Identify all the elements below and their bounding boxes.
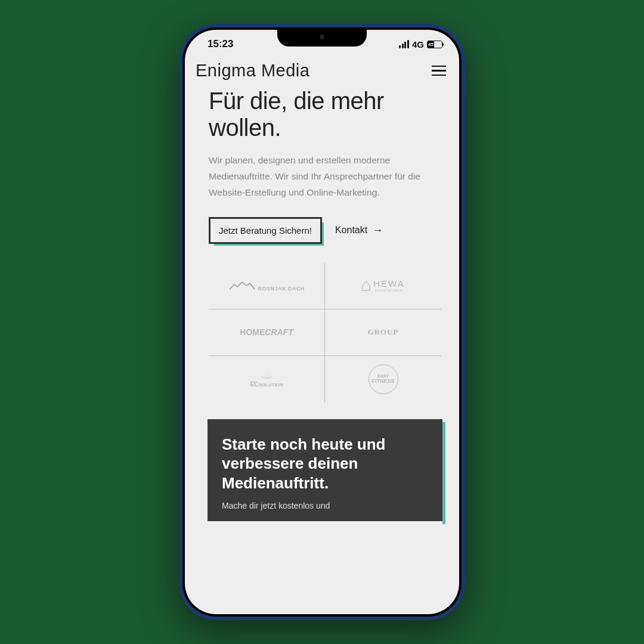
brand-title[interactable]: Enigma Media <box>196 61 309 80</box>
client-logo-hewa: HEWA HAUSTECHNIK <box>325 263 441 309</box>
cta-secondary-link[interactable]: Kontakt → <box>335 224 383 237</box>
cta-primary-button[interactable]: Jetzt Beratung Sichern! <box>209 217 322 244</box>
client-logo-easyfitness: EASY FITNESS <box>325 356 441 402</box>
status-time: 15:23 <box>208 38 233 50</box>
promo-card: Starte noch heute und verbessere deinen … <box>208 419 442 522</box>
status-right: 4G 45 <box>399 39 442 49</box>
menu-icon[interactable] <box>432 66 446 76</box>
hero-title: Für die, die mehr wollen. <box>209 88 441 141</box>
signal-icon <box>399 40 409 48</box>
client-grid: BOSNJAK DACH HEWA HAUSTECHNIK <box>209 263 441 402</box>
battery-icon: 45 <box>427 41 442 48</box>
client-logo-bosnjak: BOSNJAK DACH <box>209 263 325 309</box>
network-label: 4G <box>412 39 424 49</box>
cta-secondary-label: Kontakt <box>335 225 367 236</box>
hero-body: Wir planen, designen und erstellen moder… <box>209 152 441 200</box>
phone-notch <box>277 27 367 47</box>
phone-bezel: 15:23 4G 45 Enigma Media Für die, die me… <box>182 27 462 617</box>
screen: 15:23 4G 45 Enigma Media Für die, die me… <box>185 30 459 614</box>
phone-frame: 15:23 4G 45 Enigma Media Für die, die me… <box>179 24 465 620</box>
app-header: Enigma Media <box>185 58 459 88</box>
cta-row: Jetzt Beratung Sichern! Kontakt → <box>209 217 441 244</box>
arrow-right-icon: → <box>372 224 383 237</box>
client-logo-group: GROUP <box>325 309 441 356</box>
client-logo-ecsolution: ☁️ ECSOLUTION <box>209 356 325 402</box>
promo-body: Mache dir jetzt kostenlos und <box>222 501 428 510</box>
battery-level: 45 <box>428 41 434 48</box>
main-content: Für die, die mehr wollen. Wir planen, de… <box>185 88 459 521</box>
client-logo-homecraft: HOMECRAFT <box>209 309 325 356</box>
promo-title: Starte noch heute und verbessere deinen … <box>222 435 428 493</box>
